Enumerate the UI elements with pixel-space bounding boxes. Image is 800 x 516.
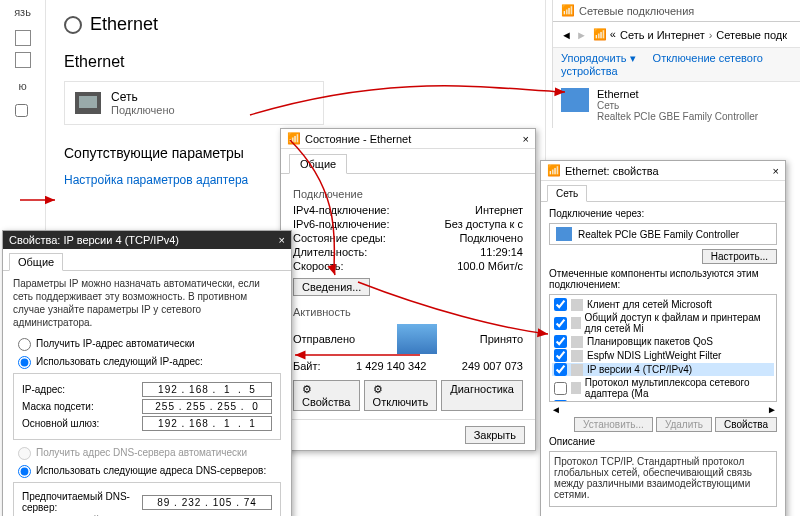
nav-checkbox[interactable] bbox=[15, 104, 28, 117]
components-list[interactable]: Клиент для сетей MicrosoftОбщий доступ к… bbox=[549, 294, 777, 402]
network-icon bbox=[75, 92, 101, 114]
page-heading: Ethernet bbox=[64, 53, 527, 71]
disable-button[interactable]: ⚙ Отключить bbox=[364, 380, 438, 411]
connection-item[interactable]: Ethernet Сеть Realtek PCIe GBE Family Co… bbox=[553, 82, 800, 128]
titlebar[interactable]: 📶 Ethernet: свойства× bbox=[541, 161, 785, 181]
page-category: Ethernet bbox=[64, 14, 527, 35]
connection-name: Ethernet bbox=[597, 88, 758, 100]
details-button[interactable]: Сведения... bbox=[293, 278, 370, 296]
ip-manual-radio[interactable]: Использовать следующий IP-адрес: bbox=[13, 353, 281, 369]
component-icon bbox=[571, 350, 583, 362]
component-icon bbox=[571, 364, 583, 376]
dns-auto-radio[interactable]: Получить адрес DNS-сервера автоматически bbox=[13, 444, 281, 460]
nav-item[interactable] bbox=[15, 30, 31, 46]
gateway-field[interactable] bbox=[142, 416, 272, 431]
close-button[interactable]: Закрыть bbox=[465, 426, 525, 444]
ip-auto-radio[interactable]: Получить IP-адрес автоматически bbox=[13, 335, 281, 351]
titlebar[interactable]: 📶 Состояние - Ethernet× bbox=[281, 129, 535, 149]
configure-button[interactable]: Настроить... bbox=[702, 249, 777, 264]
component-item[interactable]: Драйвер протокола LLDP (Майкрософт) bbox=[552, 400, 774, 402]
status-window: 📶 Состояние - Ethernet× Общие Подключени… bbox=[280, 128, 536, 451]
component-icon bbox=[571, 299, 583, 311]
activity-icon bbox=[397, 324, 437, 354]
subnet-mask-field[interactable] bbox=[142, 399, 272, 414]
titlebar[interactable]: Свойства: IP версии 4 (TCP/IPv4)× bbox=[3, 231, 291, 249]
breadcrumb[interactable]: ◄ ► 📶 « Сеть и Интернет › Сетевые подк bbox=[553, 22, 800, 48]
network-card[interactable]: Сеть Подключено bbox=[64, 81, 324, 125]
nav-item[interactable] bbox=[15, 52, 31, 68]
ethernet-properties-window: 📶 Ethernet: свойства× Сеть Подключение ч… bbox=[540, 160, 786, 516]
ip-address-field[interactable] bbox=[142, 382, 272, 397]
back-icon[interactable]: ◄ bbox=[561, 29, 572, 41]
toolbar: Упорядочить ▾ Отключение сетевого устрой… bbox=[553, 48, 800, 82]
forward-icon[interactable]: ► bbox=[576, 29, 587, 41]
install-button[interactable]: Установить... bbox=[574, 417, 653, 432]
component-icon bbox=[571, 336, 583, 348]
component-icon bbox=[571, 317, 581, 329]
connection-adapter: Realtek PCIe GBE Family Controller bbox=[597, 111, 758, 122]
arrange-menu[interactable]: Упорядочить ▾ bbox=[561, 52, 636, 64]
section-label: Подключение bbox=[293, 188, 523, 200]
window-title: 📶 Сетевые подключения bbox=[553, 0, 800, 22]
close-icon[interactable]: × bbox=[523, 133, 529, 145]
close-icon[interactable]: × bbox=[773, 165, 779, 177]
component-icon bbox=[571, 382, 581, 394]
tab-network[interactable]: Сеть bbox=[547, 185, 587, 202]
connection-net: Сеть bbox=[597, 100, 758, 111]
component-item[interactable]: Протокол мультиплексора сетевого адаптер… bbox=[552, 377, 774, 399]
tab-general[interactable]: Общие bbox=[9, 253, 63, 271]
ipv4-properties-window: Свойства: IP версии 4 (TCP/IPv4)× Общие … bbox=[2, 230, 292, 516]
network-status: Подключено bbox=[111, 104, 175, 116]
tab-general[interactable]: Общие bbox=[289, 154, 347, 174]
adapter-icon bbox=[556, 227, 572, 241]
section-label: Активность bbox=[293, 306, 523, 318]
properties-button[interactable]: ⚙ Свойства bbox=[293, 380, 360, 411]
description-box: Протокол TCP/IP. Стандартный протокол гл… bbox=[549, 451, 777, 507]
dns-manual-radio[interactable]: Использовать следующие адреса DNS-сервер… bbox=[13, 462, 281, 478]
network-connections-window: 📶 Сетевые подключения ◄ ► 📶 « Сеть и Инт… bbox=[552, 0, 800, 128]
adapter-field: Realtek PCIe GBE Family Controller bbox=[549, 223, 777, 245]
component-item[interactable]: Клиент для сетей Microsoft bbox=[552, 298, 774, 311]
component-item[interactable]: IP версии 4 (TCP/IPv4) bbox=[552, 363, 774, 376]
component-icon bbox=[571, 401, 583, 403]
dns1-field[interactable] bbox=[142, 495, 272, 510]
gear-icon bbox=[64, 16, 82, 34]
remove-button[interactable]: Удалить bbox=[656, 417, 712, 432]
diagnose-button[interactable]: Диагностика bbox=[441, 380, 523, 411]
component-item[interactable]: Планировщик пакетов QoS bbox=[552, 335, 774, 348]
component-item[interactable]: Espfw NDIS LightWeight Filter bbox=[552, 349, 774, 362]
close-icon[interactable]: × bbox=[279, 234, 285, 246]
network-name: Сеть bbox=[111, 90, 175, 104]
nav-item[interactable]: ю bbox=[0, 74, 45, 98]
settings-nav-rail: язь ю bbox=[0, 0, 46, 230]
adapter-icon bbox=[561, 88, 589, 112]
item-properties-button[interactable]: Свойства bbox=[715, 417, 777, 432]
component-item[interactable]: Общий доступ к файлам и принтерам для се… bbox=[552, 312, 774, 334]
nav-item[interactable]: язь bbox=[0, 0, 45, 24]
